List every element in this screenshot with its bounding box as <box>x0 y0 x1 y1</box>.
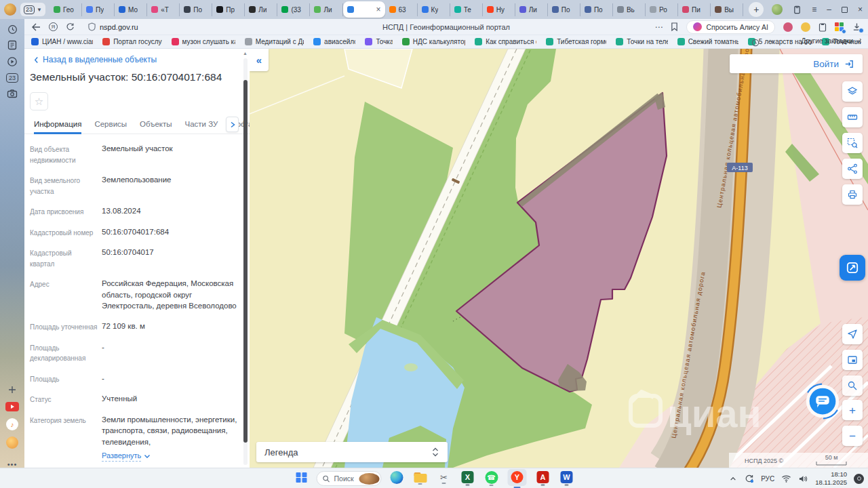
file-explorer-icon[interactable] <box>412 469 429 488</box>
measure-button[interactable] <box>842 107 863 127</box>
layers-button[interactable] <box>842 81 863 102</box>
wifi-icon[interactable] <box>781 474 791 483</box>
browser-tab[interactable]: Ли × <box>245 3 277 16</box>
bookmark-item[interactable]: авиасейлс <box>313 38 355 45</box>
restore-button[interactable] <box>842 7 848 13</box>
browser-tab[interactable]: Ро × <box>646 3 678 16</box>
login-bar[interactable]: Войти <box>730 54 863 73</box>
minimize-button[interactable]: – <box>827 5 831 14</box>
browser-tab[interactable]: 63 × <box>385 3 418 16</box>
back-icon[interactable] <box>31 23 41 31</box>
taskbar-search[interactable]: Поиск <box>317 471 382 486</box>
menu-icon[interactable]: ≡ <box>812 5 816 14</box>
back-link[interactable]: Назад в выделенные объекты <box>34 55 250 64</box>
browser-tab[interactable]: Мо × <box>115 3 147 16</box>
collections-icon[interactable] <box>793 5 802 14</box>
expand-link[interactable]: Развернуть <box>102 451 141 462</box>
browser-tab[interactable]: Вы × <box>711 3 743 16</box>
word-icon[interactable]: W <box>558 469 576 488</box>
add-panel-icon[interactable] <box>5 382 20 397</box>
whatsapp-icon[interactable]: ☎ <box>483 469 500 488</box>
new-tab-button[interactable]: + <box>749 2 764 17</box>
pancake-app-icon[interactable] <box>5 435 20 450</box>
chat-support-button[interactable] <box>802 380 844 422</box>
browser-tab[interactable]: Ку × <box>418 3 450 16</box>
locate-button[interactable] <box>842 324 863 344</box>
play-circle-icon[interactable] <box>5 54 20 69</box>
tray-expand-icon[interactable] <box>729 475 737 482</box>
legend-toggle[interactable]: Легенда <box>256 442 448 462</box>
nspd-panel-button[interactable] <box>840 255 865 281</box>
map-canvas[interactable]: Центральная кольцевая автомобильная доро… <box>250 49 868 468</box>
browser-tab[interactable]: Пр × <box>212 3 245 16</box>
sync-update-icon[interactable] <box>744 474 754 484</box>
user-avatar[interactable] <box>772 4 783 15</box>
bookmark-item[interactable]: Медитаций с Ди <box>245 38 304 45</box>
screenshot-camera-icon[interactable] <box>5 86 20 101</box>
yandex-services-icon[interactable]: Я <box>49 22 58 31</box>
browser-tab[interactable]: Пи × <box>678 3 711 16</box>
bookmark-item[interactable]: Свежий томатны <box>677 38 738 45</box>
browser-tab[interactable]: × <box>343 1 385 18</box>
bookmark-item[interactable]: НДС калькулятор <box>402 38 465 45</box>
panel-tab[interactable]: Части ЗУ <box>185 117 218 134</box>
acrobat-icon[interactable]: A <box>534 469 552 488</box>
music-icon[interactable]: ♪ <box>5 417 20 432</box>
notification-icon[interactable] <box>854 474 864 484</box>
browser-tab[interactable]: По × <box>180 3 212 16</box>
browser-tab[interactable]: Те × <box>450 3 483 16</box>
start-button[interactable] <box>293 469 311 488</box>
language-indicator[interactable]: РУС <box>761 475 774 483</box>
bookmark-flag-icon[interactable] <box>671 22 678 31</box>
panel-tab[interactable]: Объекты <box>140 117 172 134</box>
zoom-in-button[interactable]: + <box>842 400 863 420</box>
browser-tab[interactable]: Пу × <box>82 3 115 16</box>
bookmark-item[interactable]: Тибетская гормо <box>546 38 606 45</box>
snipping-tool-icon[interactable]: ✂ <box>435 469 453 488</box>
excel-icon[interactable]: X <box>459 469 477 488</box>
taskbar-clock[interactable]: 18:10 18.11.2025 <box>815 470 847 487</box>
volume-icon[interactable] <box>798 474 808 483</box>
url-field[interactable]: nspd.gov.ru <box>88 22 138 31</box>
bookmark-item[interactable]: Портал госуслуг <box>102 38 161 45</box>
browser-tab[interactable]: Ли × <box>515 3 548 16</box>
tabs-scroll-right-button[interactable] <box>226 117 239 132</box>
print-button[interactable] <box>842 184 863 205</box>
panel-scrollbar[interactable] <box>243 58 248 465</box>
bookmark-item[interactable]: Точки на теле <box>616 38 667 45</box>
browser-tab[interactable]: «Т × <box>147 3 180 16</box>
downloads-icon[interactable] <box>852 22 861 31</box>
panel-tab[interactable]: Сервисы <box>94 117 127 134</box>
alice-ai-button[interactable]: Спросить Алису AI <box>686 20 775 34</box>
bookmarks-journal-icon[interactable] <box>5 37 20 52</box>
bookmarks-overflow-icon[interactable]: » <box>770 37 774 45</box>
overview-map-button[interactable] <box>842 350 863 370</box>
history-clock-icon[interactable] <box>5 22 20 37</box>
tab-close-icon[interactable]: × <box>376 5 380 14</box>
browser-tab[interactable]: (33 × <box>277 3 310 16</box>
browser-tab[interactable]: Вь × <box>613 3 646 16</box>
clipboard-extension-icon[interactable] <box>818 22 827 32</box>
favorite-star-button[interactable]: ☆ <box>30 92 48 110</box>
browser-tab[interactable]: Ну × <box>483 3 515 16</box>
other-bookmarks-button[interactable]: Другие закладки <box>801 37 861 45</box>
tab-group-chip[interactable]: 23 ▼ <box>20 3 45 16</box>
browser-tab[interactable]: По × <box>580 3 613 16</box>
scroll-up-arrow[interactable]: ▲ <box>243 51 248 56</box>
browser-tab[interactable]: По × <box>548 3 580 16</box>
edge-icon[interactable] <box>388 469 406 488</box>
bookmark-item[interactable]: Как справиться с <box>475 38 536 45</box>
reload-icon[interactable] <box>66 22 75 31</box>
search-on-map-button[interactable] <box>842 375 863 396</box>
yandex-browser-icon[interactable]: Y <box>507 469 528 488</box>
close-button[interactable]: × <box>858 5 863 14</box>
scrollbar-thumb[interactable] <box>243 80 248 443</box>
share-button[interactable] <box>842 159 863 179</box>
extensions-grid-icon[interactable] <box>835 22 844 32</box>
panel-tab[interactable]: Информация <box>34 117 81 134</box>
extension-icon[interactable] <box>801 22 810 32</box>
tabs-counter-icon[interactable]: 23 <box>5 70 20 85</box>
profile-avatar[interactable] <box>4 3 16 16</box>
bookmark-item[interactable]: ЦИАН / www.cian <box>31 38 93 45</box>
youtube-icon[interactable] <box>5 399 20 414</box>
